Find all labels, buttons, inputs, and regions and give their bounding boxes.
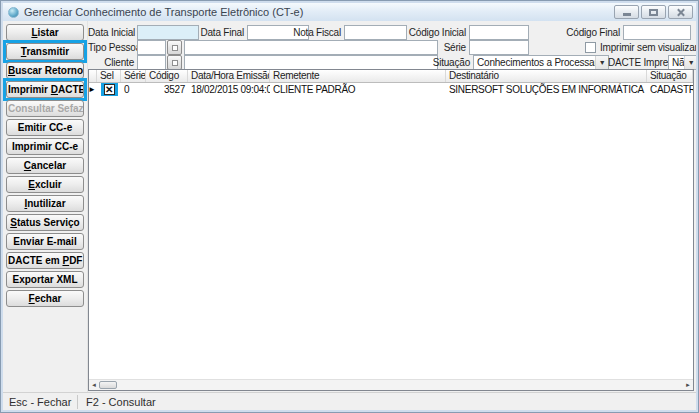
app-icon xyxy=(8,7,19,18)
lookup-icon xyxy=(172,45,178,51)
checkbox-highlight-box: ✕ xyxy=(104,84,115,95)
data-inicial-input[interactable] xyxy=(137,25,199,40)
sidebar-button-inutilizar[interactable]: Inutilizar xyxy=(6,195,84,212)
sidebar-button-enviar-e-mail[interactable]: Enviar E-mail xyxy=(6,233,84,250)
sel-cell[interactable]: ✕ xyxy=(97,83,121,96)
dacte-impressa-value: Não xyxy=(669,57,684,68)
situacao-label: Situação xyxy=(424,57,470,69)
column-header-codigo[interactable]: Código xyxy=(146,70,188,82)
nota-fiscal-label: Nota Fiscal xyxy=(288,27,341,39)
cell-codigo: 3527 xyxy=(146,83,188,96)
situacao-value: Conhecimentos a Processar xyxy=(474,57,595,68)
cliente-lookup-button[interactable] xyxy=(167,55,182,70)
sidebar-button-fechar[interactable]: Fechar xyxy=(6,290,84,307)
codigo-inicial-input[interactable] xyxy=(469,25,529,40)
statusbar: Esc - Fechar F2 - Consultar xyxy=(3,392,696,410)
status-esc-fechar: Esc - Fechar xyxy=(3,396,77,408)
scrollbar-thumb[interactable] xyxy=(99,381,117,389)
tipo-pessoa-label: Tipo Pessoa xyxy=(88,42,134,54)
scroll-right-icon[interactable]: ► xyxy=(683,380,693,390)
checkbox-checked-icon[interactable]: ✕ xyxy=(104,84,115,95)
column-header-sel[interactable]: Sel xyxy=(97,70,121,82)
cliente-description-field xyxy=(184,55,438,70)
cell-serie: 0 xyxy=(121,83,146,96)
sidebar-button-emitir-cc-e[interactable]: Emitir CC-e xyxy=(6,119,84,136)
app-body: ListarTransmitirBuscar RetornoImprimir D… xyxy=(3,21,696,410)
horizontal-scrollbar[interactable]: ◄ ► xyxy=(89,379,693,390)
column-header-data-hora-emissao[interactable]: Data/Hora Emissão xyxy=(188,70,270,82)
maximize-icon xyxy=(649,9,658,16)
sidebar-button-exportar-xml[interactable]: Exportar XML xyxy=(6,271,84,288)
tipo-pessoa-lookup-button[interactable] xyxy=(167,40,182,55)
chevron-down-icon[interactable]: ▼ xyxy=(595,56,608,69)
serie-label: Série xyxy=(408,42,466,54)
maximize-button[interactable] xyxy=(641,5,666,19)
lookup-icon xyxy=(172,60,178,66)
serie-input[interactable] xyxy=(469,40,529,55)
scroll-left-icon[interactable]: ◄ xyxy=(89,380,99,390)
chevron-down-icon[interactable]: ▼ xyxy=(684,56,696,69)
sidebar-button-wrap: DACTE em PDF xyxy=(6,252,84,269)
column-header-serie[interactable]: Série xyxy=(121,70,146,82)
sidebar-button-wrap: Transmitir xyxy=(6,43,84,60)
cliente-label: Cliente xyxy=(88,57,134,69)
sidebar-button-cancelar[interactable]: Cancelar xyxy=(6,157,84,174)
column-header-remetente[interactable]: Remetente xyxy=(270,70,446,82)
cell-destinatario: SINERSOFT SOLUÇÕES EM INFORMÁTICA xyxy=(446,83,647,96)
window: Gerenciar Conhecimento de Transporte Ele… xyxy=(0,0,699,413)
column-header-destinatario[interactable]: Destinatário xyxy=(446,70,647,82)
sidebar-button-listar[interactable]: Listar xyxy=(6,24,84,41)
scrollbar-track[interactable] xyxy=(117,380,683,390)
sidebar-button-wrap: Listar xyxy=(6,24,84,41)
grid-header: SelSérieCódigoData/Hora EmissãoRemetente… xyxy=(89,70,693,83)
sidebar-button-wrap: Enviar E-mail xyxy=(6,233,84,250)
window-controls xyxy=(614,5,693,19)
imprimir-sem-visualizar-checkbox[interactable] xyxy=(585,42,596,53)
sidebar-button-consultar-sefaz: Consultar Sefaz xyxy=(6,100,84,117)
situacao-select[interactable]: Conhecimentos a Processar ▼ xyxy=(473,55,609,70)
cliente-code-input[interactable] xyxy=(137,55,166,70)
tipo-pessoa-description-field xyxy=(184,40,438,55)
row-pointer-icon: ► xyxy=(89,83,97,96)
sidebar-button-status-servico[interactable]: Status Serviço xyxy=(6,214,84,231)
sidebar-button-wrap: Emitir CC-e xyxy=(6,119,84,136)
minimize-icon xyxy=(623,13,631,16)
codigo-final-input[interactable] xyxy=(623,25,691,40)
records-grid: SelSérieCódigoData/Hora EmissãoRemetente… xyxy=(88,69,694,391)
sidebar-button-imprimir-dacte[interactable]: Imprimir DACTE xyxy=(6,81,84,98)
close-button[interactable] xyxy=(668,5,693,19)
sidebar-button-imprimir-cc-e[interactable]: Imprimir CC-e xyxy=(6,138,84,155)
codigo-final-label: Código Final xyxy=(556,27,620,39)
window-title: Gerenciar Conhecimento de Transporte Ele… xyxy=(24,6,303,18)
sidebar-button-excluir[interactable]: Excluir xyxy=(6,176,84,193)
dacte-impressa-label: DACTE Impressa xyxy=(608,57,666,69)
sidebar-button-wrap: Cancelar xyxy=(6,157,84,174)
sidebar-button-wrap: Consultar Sefaz xyxy=(6,100,84,117)
sidebar-button-wrap: Exportar XML xyxy=(6,271,84,288)
column-header-situacao[interactable]: Situação xyxy=(647,70,693,82)
sidebar-button-wrap: Imprimir CC-e xyxy=(6,138,84,155)
column-header-selector xyxy=(89,70,97,82)
sidebar-button-dacte-em-pdf[interactable]: DACTE em PDF xyxy=(6,252,84,269)
minimize-button[interactable] xyxy=(614,5,639,19)
table-row[interactable]: ►✕0352718/02/2015 09:04:06CLIENTE PADRÃO… xyxy=(89,83,693,96)
codigo-inicial-label: Código Inicial xyxy=(398,27,466,39)
imprimir-sem-visualizar-label: Imprimir sem visualizar xyxy=(600,42,696,54)
grid-body[interactable]: ►✕0352718/02/2015 09:04:06CLIENTE PADRÃO… xyxy=(89,83,693,379)
titlebar[interactable]: Gerenciar Conhecimento de Transporte Ele… xyxy=(3,3,696,21)
cell-remetente: CLIENTE PADRÃO xyxy=(270,83,446,96)
data-inicial-label: Data Inicial xyxy=(88,27,134,39)
tipo-pessoa-code-input[interactable] xyxy=(137,40,166,55)
dacte-impressa-select[interactable]: Não ▼ xyxy=(668,55,696,70)
sidebar-button-buscar-retorno[interactable]: Buscar Retorno xyxy=(6,62,84,79)
sidebar-button-wrap: Status Serviço xyxy=(6,214,84,231)
sidebar-button-wrap: Excluir xyxy=(6,176,84,193)
main-panel: Data Inicial Data Final Nota Fiscal Códi… xyxy=(88,21,696,392)
sidebar-button-transmitir[interactable]: Transmitir xyxy=(6,43,84,60)
sidebar: ListarTransmitirBuscar RetornoImprimir D… xyxy=(3,21,88,392)
sidebar-button-wrap: Imprimir DACTE xyxy=(6,81,84,98)
cell-data-hora-emissao: 18/02/2015 09:04:06 xyxy=(188,83,270,96)
sidebar-button-wrap: Buscar Retorno xyxy=(6,62,84,79)
data-final-label: Data Final xyxy=(198,27,244,39)
sidebar-button-wrap: Fechar xyxy=(6,290,84,307)
